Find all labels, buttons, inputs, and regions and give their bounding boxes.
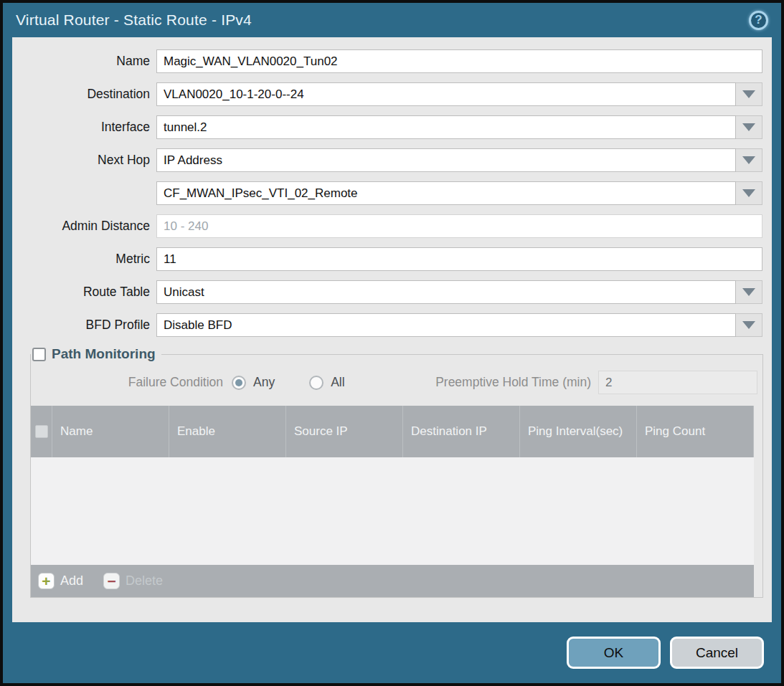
chevron-down-icon xyxy=(742,123,755,131)
next-hop-address-dropdown-button[interactable] xyxy=(736,181,762,205)
destination-dropdown-button[interactable] xyxy=(736,82,762,106)
select-all-checkbox xyxy=(35,425,48,438)
destination-label: Destination xyxy=(12,87,150,102)
form-row-admin-distance: Admin Distance xyxy=(12,214,772,238)
path-monitoring-title: Path Monitoring xyxy=(52,346,156,362)
table-header-ping-interval: Ping Interval(sec) xyxy=(520,406,637,457)
chevron-down-icon xyxy=(742,90,755,98)
table-header-source-ip: Source IP xyxy=(286,406,403,457)
next-hop-type-input[interactable] xyxy=(156,148,736,172)
dialog-window: Virtual Router - Static Route - IPv4 ? N… xyxy=(0,0,784,686)
metric-label: Metric xyxy=(12,252,150,267)
plus-icon: + xyxy=(38,573,55,589)
interface-dropdown-button[interactable] xyxy=(736,115,762,139)
admin-distance-label: Admin Distance xyxy=(12,219,150,234)
dialog-content: Name Destination Interface Next Hop xyxy=(12,37,772,622)
form-row-metric: Metric xyxy=(12,247,772,271)
bfd-profile-input[interactable] xyxy=(156,313,736,337)
failure-condition-all-radio xyxy=(309,376,323,390)
name-input[interactable] xyxy=(156,49,762,73)
table-toolbar: + Add − Delete xyxy=(31,565,754,597)
form-row-bfd-profile: BFD Profile xyxy=(12,313,772,337)
table-header-name: Name xyxy=(52,406,169,457)
failure-condition-row: Failure Condition Any All Preemptive Hol… xyxy=(31,362,762,404)
chevron-down-icon xyxy=(742,288,755,296)
table-header-enable: Enable xyxy=(169,406,286,457)
path-monitoring-legend: Path Monitoring xyxy=(31,346,161,362)
interface-label: Interface xyxy=(12,120,150,135)
admin-distance-input[interactable] xyxy=(156,214,762,238)
form-row-name: Name xyxy=(12,49,772,73)
route-table-input[interactable] xyxy=(156,280,736,304)
preemptive-hold-input xyxy=(598,371,757,394)
path-monitoring-table: Name Enable Source IP Destination IP Pin… xyxy=(31,406,754,597)
table-body-empty xyxy=(31,457,754,565)
dialog-title: Virtual Router - Static Route - IPv4 xyxy=(16,11,749,29)
dialog-footer: OK Cancel xyxy=(3,622,781,683)
dialog-titlebar: Virtual Router - Static Route - IPv4 ? xyxy=(3,3,781,37)
destination-input[interactable] xyxy=(156,82,736,106)
form-row-route-table: Route Table xyxy=(12,280,772,304)
minus-icon: − xyxy=(103,573,120,589)
interface-input[interactable] xyxy=(156,115,736,139)
failure-condition-any-label: Any xyxy=(253,375,275,390)
next-hop-label: Next Hop xyxy=(12,153,150,168)
failure-condition-label: Failure Condition xyxy=(31,375,223,390)
next-hop-address-input[interactable] xyxy=(156,181,736,205)
table-header-select-all xyxy=(31,406,52,457)
ok-button[interactable]: OK xyxy=(567,637,661,669)
form-row-next-hop: Next Hop xyxy=(12,148,772,172)
help-icon[interactable]: ? xyxy=(749,11,768,30)
table-header-destination-ip: Destination IP xyxy=(403,406,520,457)
next-hop-dropdown-button[interactable] xyxy=(736,148,762,172)
cancel-button[interactable]: Cancel xyxy=(670,637,764,669)
bfd-profile-label: BFD Profile xyxy=(12,318,150,333)
chevron-down-icon xyxy=(742,156,755,164)
delete-button-label: Delete xyxy=(126,573,163,589)
form-row-destination: Destination xyxy=(12,82,772,106)
route-table-label: Route Table xyxy=(12,285,150,300)
name-label: Name xyxy=(12,54,150,69)
preemptive-hold-label: Preemptive Hold Time (min) xyxy=(345,375,591,390)
metric-input[interactable] xyxy=(156,247,762,271)
form-row-next-hop-address xyxy=(12,181,772,205)
failure-condition-any-radio xyxy=(232,376,246,390)
chevron-down-icon xyxy=(742,189,755,197)
form-row-interface: Interface xyxy=(12,115,772,139)
route-table-dropdown-button[interactable] xyxy=(736,280,762,304)
chevron-down-icon xyxy=(742,321,755,329)
failure-condition-all-label: All xyxy=(331,375,344,390)
add-button-label: Add xyxy=(60,573,83,589)
add-button[interactable]: + Add xyxy=(38,573,83,589)
bfd-profile-dropdown-button[interactable] xyxy=(736,313,762,337)
path-monitoring-section: Path Monitoring Failure Condition Any Al… xyxy=(30,346,763,598)
table-header: Name Enable Source IP Destination IP Pin… xyxy=(31,406,754,457)
delete-button: − Delete xyxy=(103,573,163,589)
path-monitoring-checkbox[interactable] xyxy=(32,348,46,361)
table-header-ping-count: Ping Count xyxy=(637,406,754,457)
